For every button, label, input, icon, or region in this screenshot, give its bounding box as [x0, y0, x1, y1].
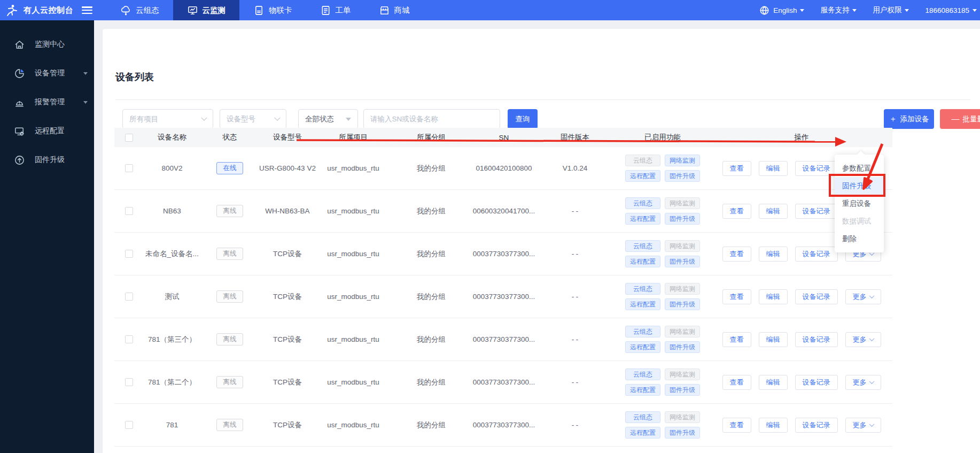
device-name: NB63	[143, 207, 201, 215]
row-checkbox[interactable]	[125, 164, 133, 172]
sidebar-item-1[interactable]: 监测中心	[0, 30, 94, 59]
row-actions: 查看编辑设备记录更多	[711, 375, 892, 390]
feature-tag[interactable]: 固件升级	[665, 341, 700, 353]
nav-tab-2[interactable]: 云监测	[173, 0, 240, 20]
dropdown-item-3[interactable]: 重启设备	[835, 195, 884, 212]
row-checkbox[interactable]	[125, 207, 133, 215]
sidebar-item-2[interactable]: 设备管理	[0, 59, 94, 88]
edit-button[interactable]: 编辑	[759, 204, 788, 219]
enabled-features: 云组态网络监测远程配置固件升级	[625, 326, 700, 353]
feature-tag[interactable]: 网络监测	[665, 326, 700, 337]
edit-button[interactable]: 编辑	[759, 289, 788, 304]
more-button[interactable]: 更多	[845, 418, 881, 433]
feature-tag[interactable]: 固件升级	[665, 427, 700, 439]
feature-tag[interactable]: 网络监测	[665, 368, 700, 380]
feature-tag[interactable]: 远程配置	[625, 384, 660, 396]
brand-title: 有人云控制台	[24, 5, 73, 16]
view-button[interactable]: 查看	[722, 247, 751, 262]
project-filter-select[interactable]: 所有项目	[122, 109, 213, 129]
nav-tab-1[interactable]: 云组态	[106, 0, 173, 20]
device-records-button[interactable]: 设备记录	[795, 161, 838, 176]
feature-tag[interactable]: 固件升级	[665, 256, 700, 267]
topbar-menu-2[interactable]: 服务支持	[820, 5, 857, 15]
device-records-button[interactable]: 设备记录	[795, 418, 838, 433]
view-button[interactable]: 查看	[722, 332, 751, 347]
status-badge: 离线	[216, 333, 243, 345]
sidebar-item-5[interactable]: 固件升级	[0, 145, 94, 174]
feature-tag[interactable]: 云组态	[625, 411, 660, 423]
more-button[interactable]: 更多	[845, 289, 881, 304]
feature-tag[interactable]: 云组态	[625, 197, 660, 209]
feature-tag[interactable]: 云组态	[625, 326, 660, 337]
feature-tag[interactable]: 固件升级	[665, 298, 700, 310]
device-records-button[interactable]: 设备记录	[795, 247, 838, 262]
view-button[interactable]: 查看	[722, 375, 751, 390]
dropdown-item-5[interactable]: 删除	[835, 230, 884, 248]
view-button[interactable]: 查看	[722, 418, 751, 433]
feature-tag[interactable]: 云组态	[625, 240, 660, 252]
project-name: usr_modbus_rtu	[316, 250, 390, 258]
sidebar-item-4[interactable]: 远程配置	[0, 117, 94, 145]
row-checkbox[interactable]	[125, 250, 133, 258]
col-header-device-name: 设备名称	[143, 133, 201, 142]
device-records-button[interactable]: 设备记录	[795, 332, 838, 347]
feature-tag[interactable]: 网络监测	[665, 197, 700, 209]
feature-tag[interactable]: 云组态	[625, 283, 660, 295]
chevron-down-icon	[869, 336, 874, 341]
select-all-checkbox[interactable]	[125, 134, 133, 142]
topbar-menu-1[interactable]: English	[759, 5, 804, 16]
row-checkbox[interactable]	[125, 293, 133, 301]
feature-tag[interactable]: 固件升级	[665, 384, 700, 396]
sidebar-item-3[interactable]: 报警管理	[0, 88, 94, 117]
feature-tag[interactable]: 云组态	[625, 368, 660, 380]
feature-tag[interactable]: 网络监测	[665, 155, 700, 166]
query-button[interactable]: 查询	[508, 109, 538, 129]
topbar-menu-3[interactable]: 用户权限	[873, 5, 909, 15]
dropdown-item-1[interactable]: 参数配置	[835, 159, 884, 177]
device-model-select[interactable]: 设备型号	[220, 109, 286, 129]
view-button[interactable]: 查看	[722, 204, 751, 219]
view-button[interactable]: 查看	[722, 289, 751, 304]
action-label: 更多	[853, 420, 867, 430]
edit-button[interactable]: 编辑	[759, 161, 788, 176]
more-button[interactable]: 更多	[845, 332, 881, 347]
feature-tag[interactable]: 远程配置	[625, 213, 660, 225]
status-badge: 离线	[216, 376, 243, 388]
feature-tag[interactable]: 云组态	[625, 155, 660, 166]
search-input[interactable]	[363, 109, 500, 129]
nav-tab-5[interactable]: 商城	[365, 0, 424, 20]
device-records-button[interactable]: 设备记录	[795, 289, 838, 304]
feature-tag[interactable]: 远程配置	[625, 427, 660, 439]
enabled-features: 云组态网络监测远程配置固件升级	[625, 155, 700, 182]
device-records-button[interactable]: 设备记录	[795, 375, 838, 390]
feature-tag[interactable]: 远程配置	[625, 170, 660, 182]
status-filter-select[interactable]: 全部状态	[298, 109, 358, 129]
device-records-button[interactable]: 设备记录	[795, 204, 838, 219]
edit-button[interactable]: 编辑	[759, 418, 788, 433]
feature-tag[interactable]: 远程配置	[625, 298, 660, 310]
view-button[interactable]: 查看	[722, 161, 751, 176]
topbar-menu-4[interactable]: 18660863185	[925, 6, 977, 14]
edit-button[interactable]: 编辑	[759, 247, 788, 262]
edit-button[interactable]: 编辑	[759, 332, 788, 347]
menu-toggle-icon[interactable]	[82, 6, 92, 14]
feature-tag[interactable]: 网络监测	[665, 240, 700, 252]
row-checkbox[interactable]	[125, 335, 133, 343]
feature-tag[interactable]: 固件升级	[665, 170, 700, 182]
action-label: 设备记录	[803, 335, 830, 344]
dropdown-item-2[interactable]: 固件升级	[835, 177, 884, 195]
bulk-delete-button[interactable]: —批量删除	[940, 109, 980, 129]
nav-tab-4[interactable]: 工单	[306, 0, 365, 20]
row-checkbox[interactable]	[125, 378, 133, 386]
more-button[interactable]: 更多	[845, 375, 881, 390]
add-device-button[interactable]: ＋添加设备	[884, 109, 934, 129]
feature-tag[interactable]: 固件升级	[665, 213, 700, 225]
row-checkbox[interactable]	[125, 421, 133, 429]
edit-button[interactable]: 编辑	[759, 375, 788, 390]
group-name: 我的分组	[390, 292, 472, 302]
feature-tag[interactable]: 网络监测	[665, 283, 700, 295]
feature-tag[interactable]: 远程配置	[625, 341, 660, 353]
feature-tag[interactable]: 远程配置	[625, 256, 660, 267]
nav-tab-3[interactable]: 物联卡	[239, 0, 306, 20]
feature-tag[interactable]: 网络监测	[665, 411, 700, 423]
